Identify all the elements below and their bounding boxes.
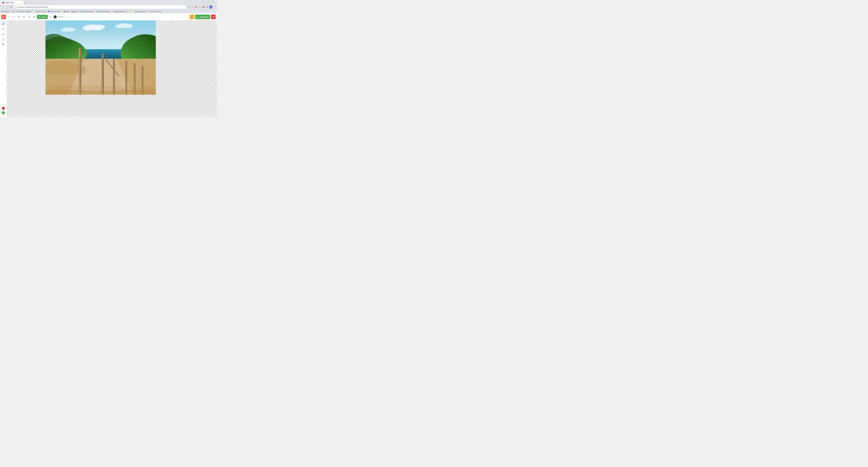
undo-button[interactable]: ↩ bbox=[7, 15, 11, 19]
svg-point-43 bbox=[142, 65, 144, 66]
move-tool-button[interactable] bbox=[1, 42, 6, 47]
svg-point-41 bbox=[134, 63, 135, 64]
menu-button[interactable]: ⋮ bbox=[213, 5, 216, 8]
forward-button[interactable]: → bbox=[5, 5, 9, 9]
tab-bar: Inpaint Online ✕ + bbox=[1, 0, 27, 4]
bookmark-more[interactable]: » bbox=[128, 10, 131, 12]
svg-marker-17 bbox=[2, 33, 4, 35]
active-tab[interactable]: Inpaint Online ✕ bbox=[1, 1, 23, 4]
editor-main bbox=[0, 21, 217, 117]
svg-point-35 bbox=[102, 54, 104, 55]
bookmark-search-console[interactable]: 📊 Search Console bbox=[33, 10, 46, 12]
svg-point-23 bbox=[96, 25, 105, 29]
vpn-button[interactable]: ⬤ bbox=[202, 5, 205, 8]
bookmark-separator-2 bbox=[131, 10, 131, 12]
tab-close-button[interactable]: ✕ bbox=[20, 2, 22, 4]
window-controls: ─ □ ✕ bbox=[200, 0, 216, 4]
new-tab-button[interactable]: + bbox=[23, 1, 27, 4]
svg-line-10 bbox=[34, 17, 35, 18]
redo-button[interactable]: ↪ bbox=[12, 15, 16, 19]
download-button[interactable]: Download bbox=[195, 14, 210, 19]
back-button[interactable]: ← bbox=[1, 5, 4, 9]
svg-point-16 bbox=[2, 28, 4, 30]
svg-line-5 bbox=[25, 17, 25, 18]
zoom-actual-button[interactable] bbox=[32, 15, 36, 19]
bookmark-terms1[interactable]: 🌐 Условия использо... bbox=[79, 10, 95, 12]
zoom-fit-button[interactable] bbox=[27, 15, 31, 19]
erase-button[interactable]: Erase bbox=[37, 14, 48, 19]
extensions-button[interactable]: 🧩 bbox=[206, 5, 209, 8]
zoom-actual-icon bbox=[33, 16, 35, 18]
refresh-button[interactable]: ↻ bbox=[9, 5, 13, 9]
polygon-tool-button[interactable] bbox=[1, 32, 6, 36]
screen-cast-button[interactable]: ⊡ bbox=[187, 5, 191, 8]
tab-favicon bbox=[2, 2, 4, 4]
help-button[interactable]: ? bbox=[190, 14, 194, 19]
tab-title: Inpaint Online bbox=[5, 2, 14, 4]
svg-point-29 bbox=[67, 28, 76, 32]
bookmark-bitrix[interactable]: ⬡ Битрикс24(логин п... bbox=[112, 10, 128, 12]
title-bar: Inpaint Online ✕ + ─ □ ✕ bbox=[0, 0, 217, 4]
brush-slider-fill bbox=[58, 16, 63, 17]
maximize-button[interactable]: □ bbox=[206, 0, 211, 4]
bookmark-terms2[interactable]: 🌐 Условия использо... bbox=[95, 10, 112, 12]
profile-button[interactable]: P bbox=[209, 5, 213, 9]
bookmark-separator bbox=[10, 10, 11, 12]
svg-line-1 bbox=[20, 17, 20, 18]
bookmark-seo[interactable]: SEO bbox=[11, 10, 16, 12]
brush-preview bbox=[54, 15, 57, 19]
bookmark-softor[interactable]: 🔵 https://www.softor... bbox=[47, 10, 62, 12]
lasso-tool-button[interactable] bbox=[1, 27, 6, 31]
brush-size-control bbox=[54, 15, 71, 19]
polygon-icon bbox=[2, 33, 4, 35]
cookie-button[interactable]: 🍪 bbox=[195, 5, 198, 8]
move-icon bbox=[2, 43, 4, 46]
browser-frame: Inpaint Online ✕ + ─ □ ✕ ← → ↻ 🔒 theinpa… bbox=[0, 0, 217, 117]
color-green-button[interactable] bbox=[2, 111, 5, 114]
svg-point-39 bbox=[125, 61, 127, 62]
tools-sidebar bbox=[0, 21, 7, 117]
bookmark-po-tools[interactable]: 🌐 PO tools – Web Too... bbox=[16, 10, 33, 12]
brush-tool-button[interactable] bbox=[1, 21, 6, 26]
minimize-button[interactable]: ─ bbox=[200, 0, 205, 4]
zoom-in-icon bbox=[18, 16, 20, 18]
svg-point-26 bbox=[123, 24, 133, 28]
bookmark-apps[interactable]: ⊞ Сервисы bbox=[1, 10, 10, 13]
close-editor-button[interactable]: ✕ bbox=[211, 14, 216, 19]
brush-slider-track bbox=[58, 16, 71, 17]
eraser-icon bbox=[2, 38, 4, 40]
eraser-tool-button[interactable] bbox=[1, 37, 6, 42]
canvas-image bbox=[45, 21, 156, 95]
window-close-button[interactable]: ✕ bbox=[211, 0, 216, 4]
bookmarks-bar: ⊞ Сервисы SEO 🌐 PO tools – Web Too... 📊 … bbox=[0, 9, 217, 13]
svg-point-37 bbox=[113, 59, 115, 59]
lasso-icon bbox=[2, 28, 4, 30]
bookmark-star-button[interactable]: ☆ bbox=[191, 5, 194, 8]
address-bar: ← → ↻ 🔒 theinpaint.com/editor/1222317824… bbox=[0, 4, 217, 9]
url-text: theinpaint.com/editor/1222317824/LBlVzaW… bbox=[18, 6, 49, 8]
download-icon bbox=[197, 16, 199, 18]
svg-line-8 bbox=[30, 17, 30, 18]
svg-point-7 bbox=[28, 16, 30, 18]
app-logo bbox=[1, 14, 6, 19]
zoom-fit-icon bbox=[28, 16, 30, 18]
url-bar[interactable]: 🔒 theinpaint.com/editor/1222317824/LBlVz… bbox=[14, 5, 187, 9]
bookmark-apple[interactable]: 🍎 Apple — Поддерж... bbox=[63, 10, 79, 12]
address-icons: ⊡ ☆ 🍪 ❋ ⬤ 🧩 P ⋮ bbox=[187, 5, 216, 9]
app-area: ↩ ↪ bbox=[0, 13, 217, 117]
zoom-out-button[interactable] bbox=[22, 15, 26, 19]
canvas-area[interactable] bbox=[7, 21, 217, 117]
brave-button[interactable]: ❋ bbox=[198, 5, 202, 8]
svg-marker-14 bbox=[39, 16, 40, 18]
bookmark-reading-list[interactable]: 📋 Список для чтения bbox=[146, 10, 162, 12]
play-icon bbox=[39, 16, 41, 18]
cancel-button[interactable]: ✕ bbox=[49, 15, 53, 19]
svg-point-33 bbox=[79, 48, 81, 49]
beach-scene-svg bbox=[45, 21, 156, 95]
bookmark-folder-other[interactable]: 📁 Другие закладки bbox=[132, 10, 146, 12]
color-red-button[interactable] bbox=[2, 107, 5, 110]
zoom-in-button[interactable] bbox=[17, 15, 21, 19]
brush-icon bbox=[2, 23, 4, 25]
zoom-out-icon bbox=[23, 16, 25, 18]
inpaint-toolbar: ↩ ↪ bbox=[0, 13, 217, 21]
